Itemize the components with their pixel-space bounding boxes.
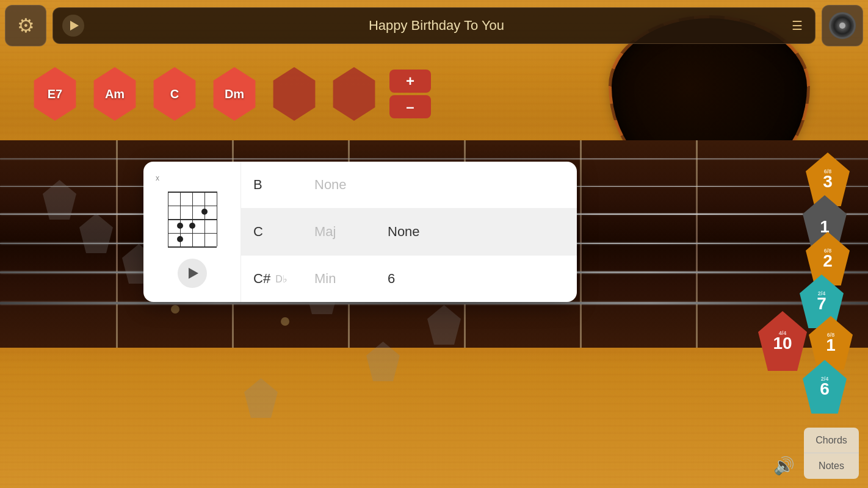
ghost-pick <box>43 180 76 220</box>
chord-note-c: C <box>253 224 314 240</box>
chords-tab-label: Chords <box>816 435 847 446</box>
ghost-pick <box>79 214 113 253</box>
disc-button[interactable] <box>822 5 863 46</box>
disc-center <box>839 23 845 29</box>
tab-notes[interactable]: Notes <box>804 453 859 479</box>
chord-popup: x <box>143 162 577 302</box>
pick-time: 6/8 <box>827 332 835 338</box>
volume-icon: 🔊 <box>773 456 795 475</box>
pick-number: 3 <box>823 173 833 190</box>
plus-icon: + <box>406 73 414 90</box>
chord-button-c[interactable]: C <box>150 67 199 121</box>
add-remove-buttons: + – <box>389 70 431 118</box>
string-line-1 <box>0 159 868 159</box>
menu-icon[interactable]: ☰ <box>789 15 806 36</box>
remove-chord-button[interactable]: – <box>389 95 431 118</box>
chord-button-am[interactable]: Am <box>90 67 139 121</box>
chord-type-b-dim: None <box>314 177 388 193</box>
ghost-pick <box>366 342 400 381</box>
chord-button-empty-2[interactable] <box>330 67 378 121</box>
chord-note-b: B <box>253 177 314 193</box>
chord-list-row-b[interactable]: B None <box>241 162 577 209</box>
pick-red-10[interactable]: 4/4 10 <box>758 311 807 371</box>
pick-number: 7 <box>817 295 826 312</box>
pick-time: 2/4 <box>821 376 829 382</box>
gear-icon: ⚙ <box>17 14 35 37</box>
chord-button-dm[interactable]: Dm <box>210 67 259 121</box>
disc-icon <box>829 12 856 39</box>
pick-time: 6/8 <box>824 248 832 254</box>
play-triangle-icon <box>189 268 198 279</box>
chord-list: B None C Maj None <box>241 162 577 302</box>
chord-button-empty-1[interactable] <box>270 67 319 121</box>
pick-time: 2/4 <box>818 290 826 296</box>
string-line-6 <box>0 302 868 304</box>
pick-number: 1 <box>826 337 836 354</box>
chord-variant-csharp: 6 <box>388 271 395 287</box>
volume-button[interactable]: 🔊 <box>773 456 795 476</box>
chord-variant-c: None <box>388 224 420 240</box>
chord-label-c: C <box>170 87 179 101</box>
chord-type-csharp: Min <box>314 271 388 287</box>
chord-grid <box>165 188 220 249</box>
popup-content: x <box>143 162 577 302</box>
tab-group: Chords Notes <box>804 428 859 479</box>
top-bar: ⚙ Happy Birthday To You ☰ <box>5 5 863 46</box>
play-icon <box>70 21 79 30</box>
chord-play-button[interactable] <box>178 259 207 288</box>
pick-number: 6 <box>820 381 830 398</box>
song-bar: Happy Birthday To You ☰ <box>52 7 816 44</box>
chord-label-e7: E7 <box>48 87 62 101</box>
chord-label-dm: Dm <box>225 87 244 101</box>
pick-number: 10 <box>773 335 792 352</box>
pick-time: 4/4 <box>779 330 787 336</box>
minus-icon: – <box>406 98 414 115</box>
pick-time: 6/8 <box>824 168 832 174</box>
settings-button[interactable]: ⚙ <box>5 5 46 46</box>
play-button[interactable] <box>62 15 84 37</box>
ghost-pick <box>427 305 461 345</box>
chord-list-row-csharp[interactable]: C# D♭ Min 6 <box>241 256 577 302</box>
chord-list-row-c[interactable]: C Maj None <box>241 209 577 256</box>
chord-button-e7[interactable]: E7 <box>31 67 79 121</box>
notes-tab-label: Notes <box>819 461 844 472</box>
chord-x-label: x <box>156 174 159 182</box>
grid-lines <box>168 192 217 246</box>
song-title: Happy Birthday To You <box>93 18 779 34</box>
pick-number: 2 <box>823 253 833 270</box>
tab-chords[interactable]: Chords <box>804 428 859 453</box>
chord-diagram: x <box>143 162 241 302</box>
add-chord-button[interactable]: + <box>389 70 431 93</box>
chord-type-c: Maj <box>314 224 388 240</box>
chord-note-csharp: C# D♭ <box>253 271 314 287</box>
chord-row: E7 Am C Dm + – <box>31 67 431 121</box>
bottom-right-tabs: Chords Notes <box>804 428 859 479</box>
app: ⚙ Happy Birthday To You ☰ E7 Am C Dm <box>0 0 868 488</box>
ghost-pick <box>244 378 278 418</box>
chord-label-am: Am <box>105 87 125 101</box>
pick-teal-6[interactable]: 2/4 6 <box>803 360 847 414</box>
